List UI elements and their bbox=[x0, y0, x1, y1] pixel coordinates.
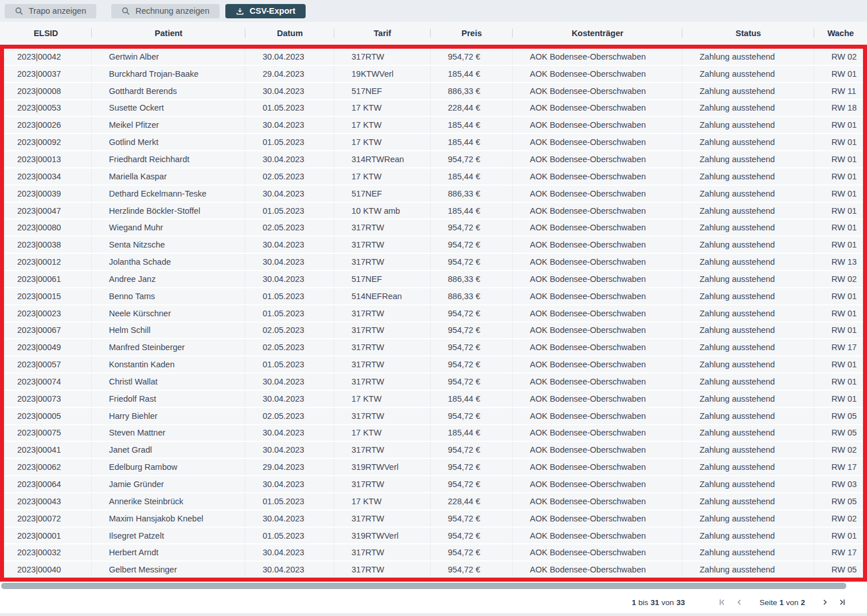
download-icon bbox=[236, 7, 244, 15]
table-row[interactable]: 2023|00040 Gelbert Messinger 30.04.2023 … bbox=[4, 562, 863, 578]
cell-kostentraeger: AOK Bodensee-Oberschwaben bbox=[513, 305, 682, 321]
table-row[interactable]: 2023|00026 Meikel Pfitzer 30.04.2023 17 … bbox=[4, 117, 863, 134]
table-row[interactable]: 2023|00005 Harry Biehler 02.05.2023 317R… bbox=[4, 408, 863, 425]
cell-patient: Herzlinde Böckler-Stoffel bbox=[92, 203, 245, 219]
cell-elsid: 2023|00042 bbox=[4, 49, 92, 65]
table-row[interactable]: 2023|00008 Gotthardt Berends 30.04.2023 … bbox=[4, 83, 863, 100]
cell-status: Zahlung ausstehend bbox=[682, 219, 814, 236]
table-row[interactable]: 2023|00073 Friedolf Rast 30.04.2023 17 K… bbox=[4, 391, 863, 408]
cell-kostentraeger: AOK Bodensee-Oberschwaben bbox=[513, 493, 682, 509]
table-row[interactable]: 2023|00015 Benno Tams 01.05.2023 514NEFR… bbox=[4, 288, 863, 305]
column-header-datum[interactable]: Datum bbox=[245, 22, 334, 45]
cell-preis: 954,72 € bbox=[431, 49, 513, 65]
column-header-kostentraeger[interactable]: Kostenträger bbox=[513, 22, 682, 45]
horizontal-scrollbar-track[interactable] bbox=[0, 582, 867, 591]
rechnung-anzeigen-label: Rechnung anzeigen bbox=[135, 6, 209, 15]
table-row[interactable]: 2023|00012 Jolantha Schade 30.04.2023 31… bbox=[4, 254, 863, 271]
column-header-elsid[interactable]: ELSID bbox=[0, 22, 92, 45]
cell-wache: RW 01 bbox=[814, 151, 863, 167]
cell-preis: 886,33 € bbox=[431, 186, 513, 202]
rechnung-anzeigen-button[interactable]: Rechnung anzeigen bbox=[111, 4, 220, 18]
cell-wache: RW 17 bbox=[814, 544, 863, 560]
cell-patient: Gotlind Merkt bbox=[92, 134, 245, 150]
table-row[interactable]: 2023|00042 Gertwin Alber 30.04.2023 317R… bbox=[4, 49, 863, 66]
last-page-button[interactable] bbox=[834, 595, 851, 610]
csv-export-button[interactable]: CSV-Export bbox=[225, 4, 306, 18]
cell-datum: 30.04.2023 bbox=[245, 511, 334, 527]
table-row[interactable]: 2023|00067 Helm Schill 02.05.2023 317RTW… bbox=[4, 323, 863, 340]
cell-datum: 30.04.2023 bbox=[245, 425, 334, 441]
cell-status: Zahlung ausstehend bbox=[682, 168, 814, 185]
cell-elsid: 2023|00062 bbox=[4, 459, 92, 475]
cell-wache: RW 01 bbox=[814, 237, 863, 253]
cell-wache: RW 01 bbox=[814, 528, 863, 544]
cell-elsid: 2023|00047 bbox=[4, 203, 92, 219]
horizontal-scrollbar-thumb[interactable] bbox=[1, 583, 846, 589]
column-header-status[interactable]: Status bbox=[682, 22, 814, 45]
cell-tarif: 317RTW bbox=[334, 49, 431, 65]
cell-tarif: 317RTW bbox=[334, 562, 431, 578]
cell-tarif: 17 KTW bbox=[334, 493, 431, 509]
cell-kostentraeger: AOK Bodensee-Oberschwaben bbox=[513, 442, 682, 458]
cell-wache: RW 17 bbox=[814, 339, 863, 355]
table-row[interactable]: 2023|00034 Mariella Kaspar 02.05.2023 17… bbox=[4, 168, 863, 186]
table-row[interactable]: 2023|00049 Manfred Steinberger 02.05.202… bbox=[4, 339, 863, 356]
cell-status: Zahlung ausstehend bbox=[682, 544, 814, 560]
table-row[interactable]: 2023|00047 Herzlinde Böckler-Stoffel 01.… bbox=[4, 203, 863, 220]
trapo-anzeigen-button[interactable]: Trapo anzeigen bbox=[5, 4, 96, 18]
cell-preis: 954,72 € bbox=[431, 459, 513, 475]
column-header-tarif[interactable]: Tarif bbox=[334, 22, 431, 45]
cell-patient: Meikel Pfitzer bbox=[92, 117, 245, 133]
table-row[interactable]: 2023|00043 Annerike Steinbrück 01.05.202… bbox=[4, 493, 863, 511]
table-row[interactable]: 2023|00057 Konstantin Kaden 01.05.2023 3… bbox=[4, 356, 863, 374]
table-row[interactable]: 2023|00041 Janet Gradl 30.04.2023 317RTW… bbox=[4, 442, 863, 459]
column-header-wache[interactable]: Wache bbox=[814, 22, 867, 45]
table-row[interactable]: 2023|00013 Friedhardt Reichhardt 30.04.2… bbox=[4, 151, 863, 168]
cell-preis: 954,72 € bbox=[431, 339, 513, 355]
cell-kostentraeger: AOK Bodensee-Oberschwaben bbox=[513, 323, 682, 339]
previous-page-button[interactable] bbox=[731, 595, 748, 610]
table-row[interactable]: 2023|00092 Gotlind Merkt 01.05.2023 17 K… bbox=[4, 134, 863, 151]
cell-kostentraeger: AOK Bodensee-Oberschwaben bbox=[513, 66, 682, 82]
cell-status: Zahlung ausstehend bbox=[682, 493, 814, 509]
cell-wache: RW 01 bbox=[814, 203, 863, 219]
cell-preis: 954,72 € bbox=[431, 562, 513, 578]
cell-kostentraeger: AOK Bodensee-Oberschwaben bbox=[513, 374, 682, 390]
table-row[interactable]: 2023|00072 Maxim Hansjakob Knebel 30.04.… bbox=[4, 511, 863, 528]
first-page-button[interactable] bbox=[713, 595, 731, 610]
cell-datum: 02.05.2023 bbox=[245, 219, 334, 236]
table-row[interactable]: 2023|00061 Andree Janz 30.04.2023 517NEF… bbox=[4, 271, 863, 288]
cell-datum: 30.04.2023 bbox=[245, 544, 334, 560]
cell-tarif: 317RTW bbox=[334, 323, 431, 339]
cell-tarif: 314RTWRean bbox=[334, 151, 431, 167]
column-header-preis[interactable]: Preis bbox=[431, 22, 513, 45]
cell-preis: 954,72 € bbox=[431, 237, 513, 253]
table-row[interactable]: 2023|00023 Neele Kürschner 01.05.2023 31… bbox=[4, 305, 863, 323]
table-row[interactable]: 2023|00080 Wiegand Muhr 02.05.2023 317RT… bbox=[4, 219, 863, 237]
table-row[interactable]: 2023|00062 Edelburg Rambow 29.04.2023 31… bbox=[4, 459, 863, 476]
cell-tarif: 317RTW bbox=[334, 511, 431, 527]
cell-wache: RW 05 bbox=[814, 425, 863, 441]
table-body: 2023|00042 Gertwin Alber 30.04.2023 317R… bbox=[0, 45, 867, 582]
cell-preis: 954,72 € bbox=[431, 374, 513, 390]
column-header-patient[interactable]: Patient bbox=[92, 22, 245, 45]
cell-status: Zahlung ausstehend bbox=[682, 237, 814, 253]
table-row[interactable]: 2023|00039 Dethard Eckelmann-Teske 30.04… bbox=[4, 186, 863, 203]
table-row[interactable]: 2023|00074 Christl Wallat 30.04.2023 317… bbox=[4, 374, 863, 391]
cell-datum: 30.04.2023 bbox=[245, 83, 334, 99]
cell-elsid: 2023|00008 bbox=[4, 83, 92, 99]
cell-patient: Ilsegret Patzelt bbox=[92, 528, 245, 544]
table-row[interactable]: 2023|00064 Jamie Gründer 30.04.2023 317R… bbox=[4, 476, 863, 493]
cell-kostentraeger: AOK Bodensee-Oberschwaben bbox=[513, 271, 682, 287]
table-row[interactable]: 2023|00032 Herbert Arndt 30.04.2023 317R… bbox=[4, 544, 863, 562]
table-header: ELSID Patient Datum Tarif Preis Kostentr… bbox=[0, 22, 867, 45]
table-row[interactable]: 2023|00038 Senta Nitzsche 30.04.2023 317… bbox=[4, 237, 863, 254]
next-page-button[interactable] bbox=[817, 595, 834, 610]
cell-wache: RW 11 bbox=[814, 83, 863, 99]
table-row[interactable]: 2023|00037 Burckhard Trojan-Baake 29.04.… bbox=[4, 66, 863, 83]
cell-kostentraeger: AOK Bodensee-Oberschwaben bbox=[513, 476, 682, 492]
table-row[interactable]: 2023|00001 Ilsegret Patzelt 01.05.2023 3… bbox=[4, 528, 863, 545]
table-row[interactable]: 2023|00075 Steven Mattner 30.04.2023 17 … bbox=[4, 425, 863, 442]
table-row[interactable]: 2023|00053 Susette Ockert 01.05.2023 17 … bbox=[4, 100, 863, 117]
pagination-page-text: Seite 1 von 2 bbox=[759, 598, 805, 607]
